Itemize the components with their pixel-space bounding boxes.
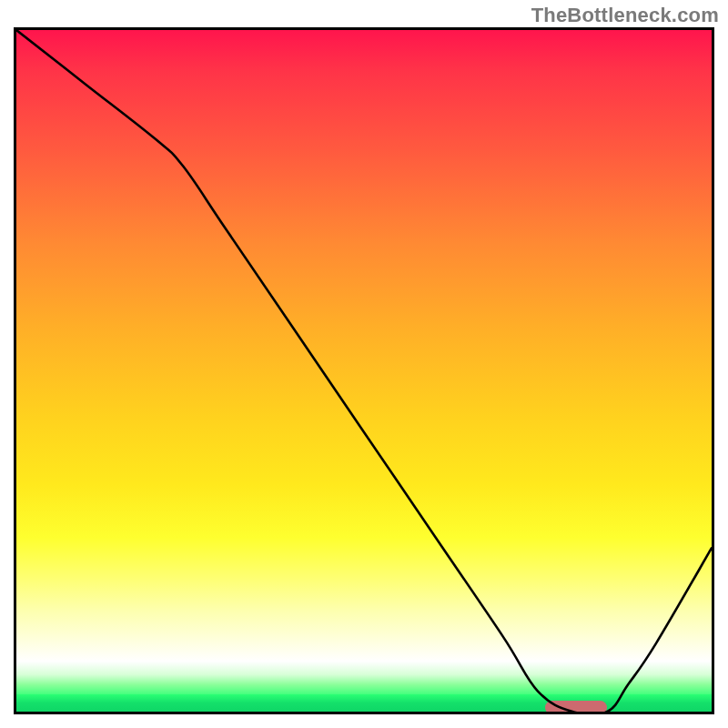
chart-root: TheBottleneck.com: [0, 0, 728, 728]
watermark-text: TheBottleneck.com: [531, 4, 719, 27]
curve-layer: [16, 30, 712, 712]
plot-frame: [14, 27, 714, 714]
main-curve: [16, 30, 712, 712]
